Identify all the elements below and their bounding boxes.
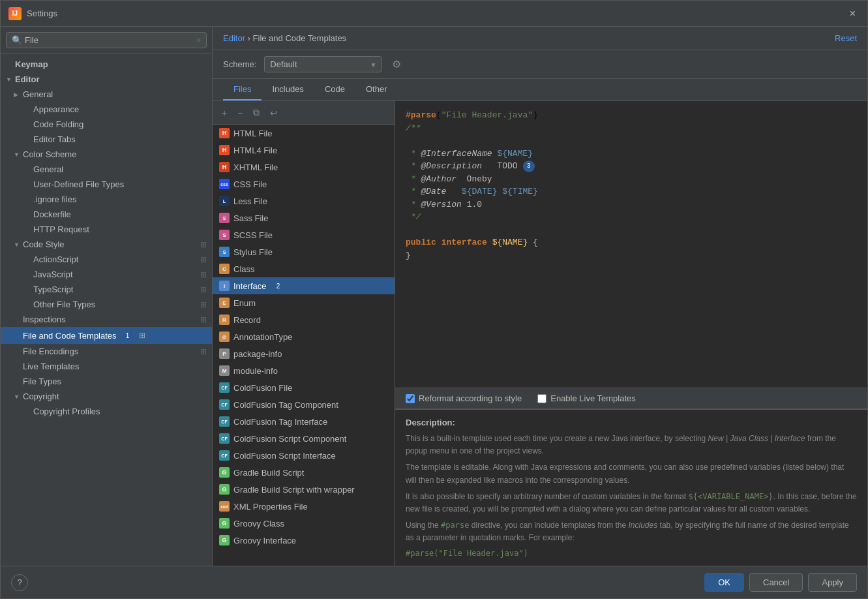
remove-file-button[interactable]: − (233, 106, 247, 120)
file-item-gradle-wrapper[interactable]: G Gradle Build Script with wrapper (213, 481, 395, 498)
sidebar-item-label: JavaScript (33, 269, 73, 279)
code-panel: #parse("File Header.java") /** * @Interf… (395, 101, 867, 566)
file-item-label: Groovy Interface (233, 536, 296, 545)
file-item-stylus[interactable]: S Stylus File (213, 243, 395, 260)
file-item-less[interactable]: L Less File (213, 192, 395, 209)
file-item-html4[interactable]: H HTML4 File (213, 142, 395, 159)
sass-file-icon: S (219, 213, 230, 223)
ok-button[interactable]: OK (704, 573, 744, 592)
file-item-class[interactable]: C Class (213, 260, 395, 277)
file-item-label: Sass File (233, 213, 268, 223)
code-line: public interface ${NAME} { (406, 236, 857, 249)
sidebar-item-file-encodings[interactable]: File Encodings ⊞ (1, 344, 212, 359)
file-item-css[interactable]: css CSS File (213, 176, 395, 192)
close-button[interactable]: × (846, 7, 860, 21)
breadcrumb: Editor › File and Code Templates (223, 33, 346, 43)
code-badge: 3 (523, 161, 535, 172)
help-button[interactable]: ? (11, 574, 28, 591)
search-clear-icon[interactable]: × (196, 36, 201, 45)
sidebar-item-ignore-files[interactable]: .ignore files (1, 192, 212, 207)
search-icon: 🔍 (12, 35, 22, 45)
gear-button[interactable]: ⚙ (389, 55, 404, 73)
tab-includes[interactable]: Includes (262, 79, 314, 100)
sidebar-item-label: Code Folding (33, 119, 83, 129)
sidebar-item-user-defined[interactable]: User-Defined File Types (1, 177, 212, 192)
undo-button[interactable]: ↩ (266, 106, 282, 120)
sidebar-item-label: Other File Types (33, 300, 95, 309)
file-item-xhtml[interactable]: H XHTML File (213, 159, 395, 176)
tab-other[interactable]: Other (355, 79, 398, 100)
record-file-icon: R (219, 315, 230, 325)
file-item-sass[interactable]: S Sass File (213, 209, 395, 226)
page-icon: ⊞ (200, 315, 207, 324)
file-item-coldfusion-script[interactable]: CF ColdFusion Script Component (213, 430, 395, 447)
file-item-annotation-type[interactable]: @ AnnotationType (213, 328, 395, 345)
sidebar-item-file-and-code-templates[interactable]: File and Code Templates 1 ⊞ (1, 327, 212, 344)
file-item-coldfusion-tag-interface[interactable]: CF ColdFusion Tag Interface (213, 413, 395, 430)
page-icon: ⊞ (200, 255, 207, 264)
settings-dialog: IJ Settings × 🔍 × Keymap ▼ (0, 0, 868, 599)
description-text: This is a built-in template used each ti… (406, 433, 857, 566)
code-line: * @Description TODO3 (406, 160, 857, 173)
sidebar-item-dockerfile[interactable]: Dockerfile (1, 207, 212, 222)
breadcrumb-separator: › (248, 33, 253, 43)
breadcrumb-editor[interactable]: Editor (223, 33, 245, 43)
sidebar-item-typescript[interactable]: TypeScript ⊞ (1, 282, 212, 297)
sidebar-item-inspections[interactable]: Inspections ⊞ (1, 312, 212, 327)
sidebar-item-label: File and Code Templates (23, 331, 117, 341)
scheme-select-wrapper: Default Project ▼ (264, 56, 382, 72)
sidebar-item-editor-tabs[interactable]: Editor Tabs (1, 132, 212, 147)
file-item-interface[interactable]: I Interface 2 (213, 277, 395, 294)
reformat-checkbox[interactable] (406, 394, 415, 403)
code-options-bar: Reformat according to style Enable Live … (395, 388, 867, 409)
sidebar-item-copyright-profiles[interactable]: Copyright Profiles (1, 404, 212, 419)
code-editor[interactable]: #parse("File Header.java") /** * @Interf… (395, 101, 867, 388)
search-input[interactable] (25, 35, 196, 45)
file-item-gradle[interactable]: G Gradle Build Script (213, 464, 395, 481)
file-item-coldfusion-script-interface[interactable]: CF ColdFusion Script Interface (213, 447, 395, 464)
live-templates-label[interactable]: Enable Live Templates (537, 393, 636, 403)
sidebar-item-appearance[interactable]: Appearance (1, 102, 212, 117)
file-item-html[interactable]: H HTML File (213, 125, 395, 142)
sidebar-item-http-request[interactable]: HTTP Request (1, 222, 212, 237)
reformat-label[interactable]: Reformat according to style (406, 393, 522, 403)
scheme-select[interactable]: Default Project (264, 56, 382, 72)
file-item-coldfusion-tag[interactable]: CF ColdFusion Tag Component (213, 396, 395, 413)
sidebar-item-general[interactable]: ▶ General (1, 87, 212, 102)
file-item-scss[interactable]: S SCSS File (213, 226, 395, 243)
right-panel: Editor › File and Code Templates Reset S… (213, 27, 867, 566)
live-templates-checkbox[interactable] (537, 394, 546, 403)
sidebar-item-other-file-types[interactable]: Other File Types ⊞ (1, 297, 212, 312)
sidebar-item-code-style[interactable]: ▼ Code Style ⊞ (1, 237, 212, 252)
file-item-enum[interactable]: E Enum (213, 294, 395, 311)
file-item-groovy-interface[interactable]: G Groovy Interface (213, 532, 395, 549)
file-item-record[interactable]: R Record (213, 311, 395, 328)
main-content: 🔍 × Keymap ▼ Editor ▶ General (1, 27, 867, 566)
sidebar-item-actionscript[interactable]: ActionScript ⊞ (1, 252, 212, 267)
file-item-package-info[interactable]: P package-info (213, 345, 395, 362)
code-comment: /** (406, 123, 421, 133)
xml-file-icon: xml (219, 501, 230, 512)
file-item-groovy-class[interactable]: G Groovy Class (213, 515, 395, 532)
sidebar-item-live-templates[interactable]: Live Templates (1, 359, 212, 374)
copy-file-button[interactable]: ⧉ (249, 105, 263, 120)
sidebar-item-keymap[interactable]: Keymap (1, 57, 212, 72)
file-item-xml-properties[interactable]: xml XML Properties File (213, 498, 395, 515)
apply-button[interactable]: Apply (808, 573, 857, 592)
sidebar-item-file-types[interactable]: File Types (1, 374, 212, 389)
app-icon: IJ (8, 7, 22, 20)
cancel-button[interactable]: Cancel (749, 573, 803, 592)
file-item-coldfusion[interactable]: CF ColdFusion File (213, 379, 395, 396)
add-file-button[interactable]: + (218, 106, 231, 120)
sidebar-item-color-scheme[interactable]: ▼ Color Scheme (1, 147, 212, 162)
sidebar-item-editor[interactable]: ▼ Editor (1, 72, 212, 87)
sidebar-item-general-color[interactable]: General (1, 162, 212, 177)
tab-files[interactable]: Files (223, 79, 262, 100)
reset-button[interactable]: Reset (835, 33, 857, 43)
sidebar-item-copyright[interactable]: ▼ Copyright (1, 389, 212, 404)
sidebar-item-code-folding[interactable]: Code Folding (1, 117, 212, 132)
file-item-label: ColdFusion Script Interface (233, 451, 336, 461)
tab-code[interactable]: Code (314, 79, 355, 100)
file-item-module-info[interactable]: M module-info (213, 362, 395, 379)
sidebar-item-javascript[interactable]: JavaScript ⊞ (1, 267, 212, 282)
